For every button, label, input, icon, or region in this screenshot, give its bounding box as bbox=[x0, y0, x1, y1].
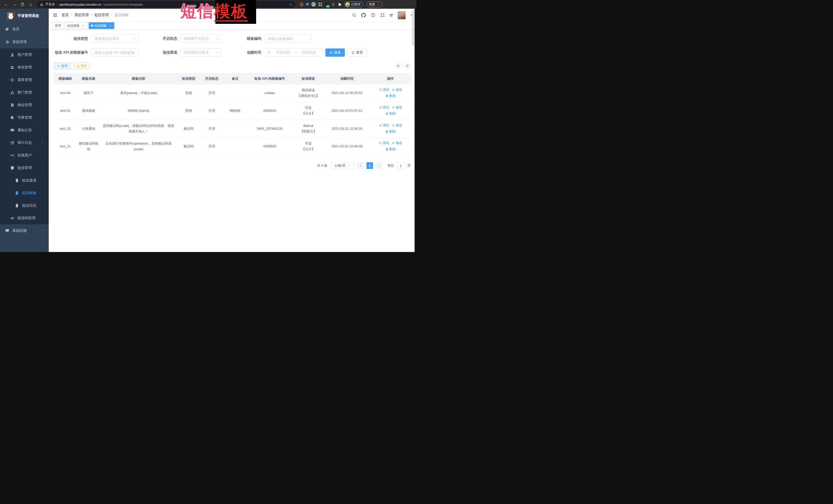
action-label: 修改 bbox=[396, 123, 402, 128]
bookmark-star-icon[interactable]: ☆ bbox=[289, 2, 292, 6]
goto-page: 前往 页 bbox=[387, 162, 411, 169]
sidebar-item-岗位管理[interactable]: 岗位管理 bbox=[0, 99, 49, 111]
shield-icon bbox=[10, 166, 14, 170]
close-icon[interactable]: × bbox=[109, 24, 112, 27]
refresh-icon-button[interactable] bbox=[404, 63, 411, 69]
browser-menu-icon[interactable]: ⋮ bbox=[377, 3, 380, 6]
delete-link[interactable]: 删除 bbox=[385, 129, 396, 134]
sidebar-item-短信日志[interactable]: 短信日志 bbox=[0, 199, 49, 212]
github-icon[interactable] bbox=[361, 13, 366, 18]
update-button[interactable]: 更新⋮ bbox=[366, 2, 383, 7]
user-avatar[interactable] bbox=[398, 11, 406, 19]
ext-gem-icon[interactable] bbox=[306, 3, 309, 6]
sidebar-item-审计日志[interactable]: 审计日志 bbox=[0, 136, 49, 149]
test-link[interactable]: 测试 bbox=[379, 104, 389, 110]
page-content: 短信类型 请选择短信类型 开启状态 请选择开启状态 bbox=[49, 30, 416, 252]
delete-link[interactable]: 删除 bbox=[385, 93, 396, 99]
api-id-input[interactable] bbox=[91, 49, 138, 56]
back-icon[interactable]: ← bbox=[3, 2, 9, 6]
help-icon[interactable] bbox=[371, 13, 375, 18]
action-label: 测试 bbox=[383, 104, 389, 110]
filter-channel: 短信渠道 请选择短信渠道 bbox=[143, 48, 221, 57]
tab-短信模板[interactable]: 短信模板× bbox=[89, 22, 114, 29]
cell-status: 开启 bbox=[200, 102, 223, 120]
sidebar-item-首页[interactable]: 首页 bbox=[0, 23, 49, 35]
sidebar-item-用户管理[interactable]: 用户管理 bbox=[0, 48, 49, 61]
filter-code: 模板编码 bbox=[226, 34, 311, 43]
cell-remark bbox=[223, 85, 247, 102]
edit-link[interactable]: 修改 bbox=[392, 123, 402, 128]
page-number-1[interactable]: 1 bbox=[366, 162, 373, 169]
ext-ring-icon[interactable] bbox=[300, 3, 303, 6]
font-size-icon[interactable]: tT bbox=[390, 13, 393, 18]
column-header: 开启状态 bbox=[200, 73, 223, 85]
sidebar-item-错误码管理[interactable]: 错误码管理 bbox=[0, 212, 49, 224]
forward-icon[interactable]: → bbox=[11, 2, 18, 6]
address-bar[interactable]: 不安全 dashboard.yudao.iocoder.cn/system/sm… bbox=[37, 1, 295, 8]
breadcrumb-separator: / bbox=[91, 13, 92, 17]
ext-y-icon[interactable]: y bbox=[311, 2, 316, 6]
sidebar-item-label: 短信日志 bbox=[22, 203, 37, 208]
channel-select[interactable]: 请选择短信渠道 bbox=[180, 48, 221, 57]
reset-button[interactable]: 重置 bbox=[348, 48, 367, 57]
create-time-label: 创建时间 bbox=[226, 50, 264, 55]
sidebar-item-短信管理[interactable]: 短信管理 bbox=[0, 162, 49, 174]
search-icon[interactable] bbox=[352, 13, 356, 18]
delete-link[interactable]: 删除 bbox=[385, 111, 396, 116]
delete-link[interactable]: 删除 bbox=[385, 146, 396, 152]
app-logo-row[interactable]: 芋道管理系统 bbox=[0, 9, 49, 23]
test-link[interactable]: 测试 bbox=[379, 87, 389, 93]
sidebar-item-部门管理[interactable]: 部门管理 bbox=[0, 86, 49, 99]
sidebar-item-菜单管理[interactable]: 菜单管理 bbox=[0, 74, 49, 86]
calendar-icon bbox=[267, 51, 271, 54]
edit-link[interactable]: 修改 bbox=[392, 87, 402, 93]
sidebar-item-基础设施[interactable]: 基础设施 bbox=[0, 224, 49, 237]
ext-list-on-icon[interactable]: on bbox=[325, 3, 329, 6]
cell-type: 验证码 bbox=[177, 137, 200, 155]
action-label: 删除 bbox=[389, 111, 396, 116]
status-select[interactable]: 请选择开启状态 bbox=[180, 34, 221, 43]
search-button[interactable]: 搜索 bbox=[325, 48, 345, 57]
tab-短信渠道[interactable]: 短信渠道× bbox=[65, 22, 87, 29]
hamburger-icon[interactable] bbox=[52, 13, 58, 18]
not-secure-warning-icon bbox=[40, 3, 43, 6]
add-button[interactable]: 新增 bbox=[54, 62, 71, 70]
sidebar-item-系统管理[interactable]: 系统管理 bbox=[0, 35, 49, 48]
sidebar-item-短信渠道[interactable]: 短信渠道 bbox=[0, 174, 49, 187]
edit-link[interactable]: 修改 bbox=[392, 104, 402, 110]
users-icon bbox=[10, 65, 14, 70]
tab-首页[interactable]: 首页 bbox=[52, 22, 63, 29]
show-search-icon-button[interactable] bbox=[395, 63, 402, 69]
date-range-picker[interactable]: 开始日期 - 结束日期 bbox=[264, 48, 323, 57]
scrollbar-thumb[interactable] bbox=[412, 10, 414, 46]
home-icon[interactable]: ⌂ bbox=[28, 2, 34, 6]
next-page-button[interactable] bbox=[376, 162, 382, 169]
sidebar-item-角色管理[interactable]: 角色管理 bbox=[0, 61, 49, 74]
extensions-puzzle-icon[interactable] bbox=[338, 3, 341, 6]
test-link[interactable]: 测试 bbox=[379, 123, 389, 128]
breadcrumb-item[interactable]: 首页 bbox=[62, 13, 69, 18]
sms-type-label: 短信类型 bbox=[54, 37, 91, 41]
code-input[interactable] bbox=[265, 35, 311, 43]
export-button[interactable]: 导出 bbox=[73, 62, 90, 70]
sidebar-item-字典管理[interactable]: 字典管理 bbox=[0, 111, 49, 124]
sidebar-item-在线用户[interactable]: 在线用户 bbox=[0, 149, 49, 162]
fullscreen-icon[interactable] bbox=[380, 13, 385, 18]
ext-grid-icon[interactable] bbox=[318, 3, 322, 6]
close-icon[interactable]: × bbox=[81, 24, 85, 27]
sms-type-select[interactable]: 请选择短信类型 bbox=[91, 34, 139, 43]
prev-page-button[interactable] bbox=[357, 162, 364, 169]
profile-paused-pill[interactable]: 已暂停 bbox=[344, 2, 363, 7]
chevron-down-icon bbox=[216, 37, 219, 40]
breadcrumb-item[interactable]: 短信管理 bbox=[94, 13, 109, 18]
ext-magnifier-icon[interactable] bbox=[332, 3, 335, 6]
sidebar-item-通知公告[interactable]: 通知公告 bbox=[0, 124, 49, 136]
sidebar-item-短信模板[interactable]: 短信模板 bbox=[0, 187, 49, 199]
breadcrumb-item[interactable]: 系统管理 bbox=[74, 13, 89, 18]
reload-icon[interactable] bbox=[20, 2, 26, 6]
goto-page-input[interactable] bbox=[396, 162, 405, 169]
action-label: 修改 bbox=[396, 140, 402, 146]
edit-link[interactable]: 修改 bbox=[392, 140, 402, 146]
test-link[interactable]: 测试 bbox=[379, 140, 389, 146]
page-size-select[interactable]: 10条/页 bbox=[331, 162, 354, 169]
